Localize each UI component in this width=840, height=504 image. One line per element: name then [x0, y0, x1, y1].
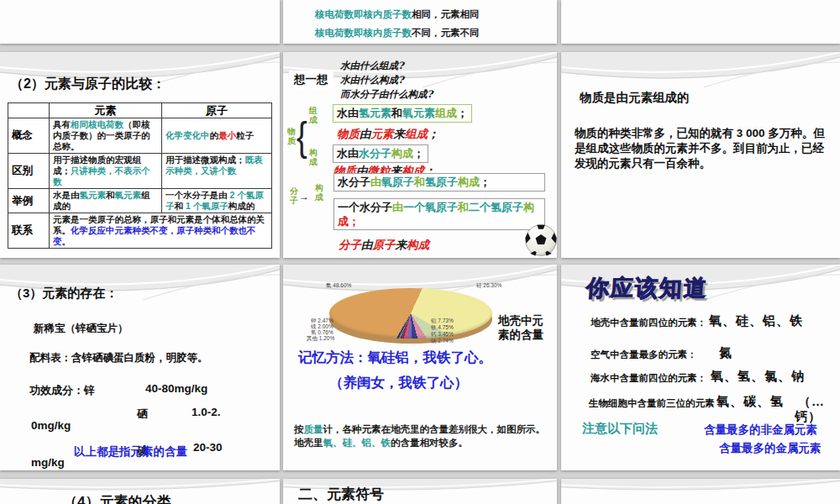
text-segment: 构成的	[228, 201, 255, 211]
attention-label: 注意以下问法	[582, 421, 658, 437]
table-cell: 元素是一类原子的总称，原子和元素是个体和总体的关系。化学反应中元素种类不变，原子…	[50, 213, 272, 249]
definition-line: 核电荷数即核内质子数相同，元素相同	[315, 5, 480, 24]
answer-text: 氧、氢、氯、钠	[711, 369, 805, 385]
attention-item: 含量最多的非金属元素	[704, 423, 817, 438]
slide-element-symbols[interactable]: 二、元素符号	[283, 479, 557, 504]
slide-r4c3[interactable]	[561, 479, 840, 504]
text-segment: 物质	[337, 127, 360, 140]
slide-element-classification[interactable]: （4）元素的分类	[0, 479, 280, 504]
definition-line: 核电荷数即核内质子数不同，元素不同	[315, 24, 480, 42]
table-row: 概念 具有相同核电荷数（即核内质子数）的一类原子的总称。 化学变化中的最小粒子	[8, 118, 272, 154]
text-segment: 氢元素	[359, 107, 391, 119]
text-segment: 构成	[391, 147, 413, 160]
pie-label: 氧 48.60%	[326, 282, 351, 290]
column-header: 原子	[162, 103, 272, 118]
answer-text: （…	[798, 394, 825, 410]
row-header: 举例	[8, 189, 50, 213]
text-segment: 由	[360, 127, 371, 140]
iodine-value-wrap: mg/kg	[31, 456, 65, 469]
text-segment: 二个氢原子	[469, 201, 523, 213]
text-segment: 和	[391, 107, 402, 119]
matter-label: 物质	[287, 128, 297, 145]
statement-box: 水分子由氧原子和氢原子构成；	[333, 173, 545, 192]
slide-r1c1[interactable]	[0, 0, 280, 44]
question-line: 水由什么组成?	[340, 59, 404, 72]
table-row: 举例 水是由氢元素和氧元素组成的 一个水分子是由 2 个氢原子和 1 个氧原子构…	[8, 189, 272, 213]
arrow-icon: →	[299, 191, 309, 202]
brace-glyph: {	[297, 115, 307, 160]
constitution-label: 构成	[309, 149, 318, 166]
answer-text: 氧、硅、铝、铁	[709, 313, 803, 329]
slide-r1c2[interactable]: 核电荷数即核内质子数相同，元素相同 核电荷数即核内质子数不同，元素不同	[283, 0, 557, 44]
script-line: 分子由原子来构成	[339, 238, 429, 253]
text-segment: 组成	[435, 107, 457, 119]
pie-label: 硅 26.30%	[476, 282, 501, 290]
text-segment: 和	[106, 190, 115, 200]
statement-box: 水由水分子构成；	[333, 144, 428, 163]
text-segment: 由	[361, 238, 373, 251]
slide-r1c3[interactable]	[561, 0, 840, 44]
pie-disc	[329, 288, 492, 339]
text-segment: 的含量相对较多。	[391, 438, 468, 448]
text-segment: 和	[175, 201, 186, 211]
table-cell: 一个水分子是由 2 个氢原子和 1 个氧原子构成的	[162, 189, 272, 213]
text-segment: ；	[480, 176, 491, 188]
mnemonic-line-1: 记忆方法：氧硅铝，我铁了心。	[298, 349, 492, 367]
element-definition-lines: 核电荷数即核内质子数相同，元素相同 核电荷数即核内质子数不同，元素不同	[315, 5, 480, 42]
table-cell: 水是由氢元素和氧元素组成的	[50, 189, 162, 213]
text-segment: 水是由	[53, 190, 80, 200]
section-title: （2）元素与原子的比较：	[10, 76, 165, 93]
script-line: 物质由元素来组成；	[337, 127, 439, 142]
text-segment: 化学变化中	[165, 130, 210, 140]
column-header: 元素	[50, 103, 162, 118]
slide-you-should-know[interactable]: 你应该知道 地壳中含量前四位的元素： 氧、硅、铝、铁 空气中含量最多的元素： 氮…	[561, 265, 840, 470]
element-content-note: 以上都是指元素的含量	[74, 444, 187, 459]
slide-composition-structure[interactable]: 想一想 水由什么组成? 水由什么构成? 而水分子由什么构成? 物质 { 组成 构…	[283, 52, 557, 258]
selenium-label: 硒	[137, 407, 148, 422]
text-segment: 氧元素	[402, 107, 435, 119]
answer-text: 氮	[719, 345, 732, 361]
slide-crust-composition[interactable]: 氧 48.60% 硅 26.30% 铝 7.73% 铁 4.75% 钙 3.45…	[283, 265, 557, 470]
attention-item: 含量最多的金属元素	[719, 441, 822, 456]
soccer-ball-image	[525, 224, 557, 256]
composition-label: 组成	[309, 107, 318, 124]
text-segment: 和	[458, 201, 469, 213]
constitution-label: 构成	[315, 184, 324, 202]
wordart-title: 你应该知道	[585, 273, 710, 303]
text-segment: 原子	[373, 238, 396, 251]
question-label: 空气中含量最多的元素：	[591, 349, 697, 361]
text-segment: 按	[294, 424, 304, 434]
text-segment: 由	[392, 201, 403, 213]
element-atom-comparison-table: 元素 原子 概念 具有相同核电荷数（即核内质子数）的一类原子的总称。 化学变化中…	[8, 102, 272, 249]
text-segment: 构成	[458, 176, 480, 188]
slide-swoosh-decoration	[561, 52, 840, 87]
text-segment: 一个水分子	[338, 201, 392, 213]
text-segment: 核电荷数即核内质子数	[315, 9, 412, 19]
text-segment: 水分子	[338, 176, 370, 188]
text-segment: 分子	[339, 238, 361, 251]
selenium-value: 1.0-2.	[192, 406, 221, 418]
row-header: 区别	[8, 154, 50, 189]
text-segment: 构成	[407, 238, 429, 251]
slide-element-existence[interactable]: （3）元素的存在： 新稀宝（锌硒宝片） 配料表：含锌硒碘蛋白质粉，明胶等。 功效…	[0, 265, 280, 470]
text-segment: 水由	[337, 147, 359, 160]
slide-matter-made-of-elements[interactable]: 物质是由元素组成的 物质的种类非常多，已知的就有 3 000 多万种。但是组成这…	[561, 52, 840, 258]
corner-cell	[8, 103, 50, 118]
text-segment: 相同核电荷数	[71, 119, 123, 129]
table-cell: 化学变化中的最小粒子	[162, 118, 272, 154]
text-segment: ；	[428, 127, 439, 140]
slide-element-atom-comparison[interactable]: （2）元素与原子的比较： 元素 原子 概念 具有相同核电荷数（即核内质子数）的一…	[0, 52, 280, 258]
molecule-label: 分子	[290, 187, 299, 205]
section-title: （3）元素的存在：	[10, 286, 118, 302]
table-header-row: 元素 原子	[8, 103, 272, 118]
text-segment: 氧元素	[115, 190, 142, 200]
table-cell: 具有相同核电荷数（即核内质子数）的一类原子的总称。	[50, 118, 162, 154]
iodine-value: 20-30	[193, 441, 223, 454]
text-segment: ；	[457, 107, 468, 119]
pie-label: 钠 2.74%	[431, 338, 454, 345]
text-segment: 元素	[371, 127, 394, 140]
pie-label: 其他 1.20%	[307, 335, 334, 343]
zinc-value: 40-80mg/kg	[145, 382, 207, 395]
text-segment: 化学反应中元素种类不变，原子种类和个数也不变。	[53, 225, 256, 246]
product-name: 新稀宝（锌硒宝片）	[34, 322, 129, 336]
